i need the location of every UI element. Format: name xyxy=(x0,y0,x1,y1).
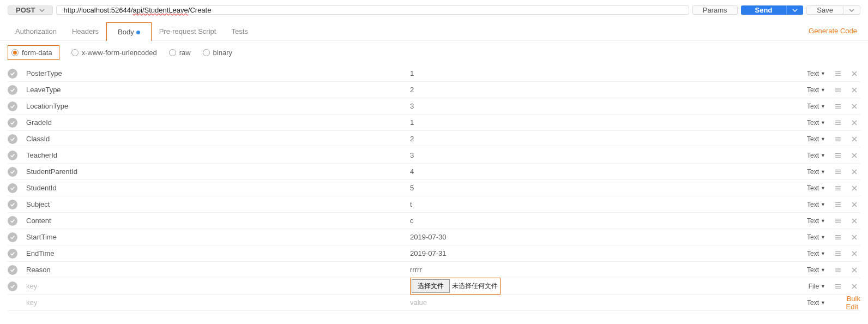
param-key[interactable]: key xyxy=(22,298,402,307)
delete-row-icon[interactable] xyxy=(848,185,860,191)
delete-row-icon[interactable] xyxy=(848,267,860,273)
tab-tests[interactable]: Tests xyxy=(224,22,255,40)
value-type-selector[interactable]: Text▼ xyxy=(797,119,828,127)
param-value[interactable]: 4 xyxy=(407,167,793,176)
delete-row-icon[interactable] xyxy=(848,103,860,110)
value-type-selector[interactable]: File▼ xyxy=(797,283,828,290)
value-type-selector[interactable]: Text▼ xyxy=(797,168,828,176)
delete-row-icon[interactable] xyxy=(848,87,860,93)
send-dropdown-button[interactable] xyxy=(786,5,803,15)
param-value[interactable]: value xyxy=(407,298,793,307)
param-value[interactable]: 2019-07-30 xyxy=(407,233,793,241)
row-enabled-toggle[interactable] xyxy=(8,151,17,160)
reorder-handle-icon[interactable] xyxy=(832,136,844,142)
row-enabled-toggle[interactable] xyxy=(8,265,17,275)
value-type-selector[interactable]: Text▼ xyxy=(797,152,828,159)
value-type-selector[interactable]: Text▼ xyxy=(797,217,828,225)
row-enabled-toggle[interactable] xyxy=(8,167,17,177)
row-enabled-toggle[interactable] xyxy=(8,101,17,111)
row-enabled-toggle[interactable] xyxy=(8,216,17,226)
tab-headers[interactable]: Headers xyxy=(64,22,106,40)
reorder-handle-icon[interactable] xyxy=(832,201,844,208)
url-input[interactable]: http://localhost:52644/api/StudentLeave/… xyxy=(56,5,689,15)
tab-body[interactable]: Body xyxy=(106,22,152,41)
param-key[interactable]: EndTime xyxy=(22,249,402,257)
params-button[interactable]: Params xyxy=(692,5,738,15)
param-key[interactable]: LocationType xyxy=(22,102,402,110)
value-type-selector[interactable]: Text▼ xyxy=(797,201,828,208)
row-enabled-toggle[interactable] xyxy=(8,118,17,128)
delete-row-icon[interactable] xyxy=(848,201,860,208)
http-method-selector[interactable]: POST xyxy=(8,5,53,15)
param-value[interactable]: rrrrr xyxy=(407,266,793,274)
row-enabled-toggle[interactable] xyxy=(8,85,17,95)
delete-row-icon[interactable] xyxy=(848,250,860,257)
save-dropdown-button[interactable] xyxy=(843,5,860,15)
param-value[interactable]: 2 xyxy=(407,135,793,143)
param-value[interactable]: 2 xyxy=(407,86,793,94)
delete-row-icon[interactable] xyxy=(848,234,860,241)
delete-row-icon[interactable] xyxy=(848,283,860,290)
delete-row-icon[interactable] xyxy=(848,136,860,142)
param-key[interactable]: Subject xyxy=(22,200,402,208)
value-type-selector[interactable]: Text▼ xyxy=(797,250,828,257)
param-key[interactable]: StartTime xyxy=(22,233,402,241)
reorder-handle-icon[interactable] xyxy=(832,87,844,93)
param-value[interactable]: 2019-07-31 xyxy=(407,249,793,257)
generate-code-link[interactable]: Generate Code xyxy=(805,21,860,40)
body-type-urlencoded[interactable]: x-www-form-urlencoded xyxy=(71,49,157,57)
delete-row-icon[interactable] xyxy=(848,70,860,77)
tab-pre-request-script[interactable]: Pre-request Script xyxy=(152,22,224,40)
reorder-handle-icon[interactable] xyxy=(832,152,844,159)
param-value[interactable]: 3 xyxy=(407,151,793,159)
row-enabled-toggle[interactable] xyxy=(8,281,17,291)
param-key[interactable]: ClassId xyxy=(22,135,402,143)
row-enabled-toggle[interactable] xyxy=(8,249,17,259)
row-enabled-toggle[interactable] xyxy=(8,183,17,193)
param-key[interactable]: key xyxy=(22,282,402,290)
delete-row-icon[interactable] xyxy=(848,152,860,159)
param-value[interactable]: 1 xyxy=(407,69,793,77)
reorder-handle-icon[interactable] xyxy=(832,267,844,273)
body-type-form-data[interactable]: form-data xyxy=(8,45,59,60)
param-value[interactable]: 5 xyxy=(407,184,793,192)
reorder-handle-icon[interactable] xyxy=(832,250,844,257)
param-value[interactable]: t xyxy=(407,200,793,208)
param-value[interactable]: c xyxy=(407,217,793,225)
reorder-handle-icon[interactable] xyxy=(832,283,844,290)
choose-file-button[interactable]: 选择文件 xyxy=(412,279,450,293)
param-key[interactable]: Content xyxy=(22,217,402,225)
param-key[interactable]: StudentParentId xyxy=(22,167,402,176)
bulk-edit-link[interactable]: Bulk Edit xyxy=(846,295,860,311)
body-type-raw[interactable]: raw xyxy=(169,49,191,57)
tab-authorization[interactable]: Authorization xyxy=(8,22,64,40)
value-type-selector[interactable]: Text▼ xyxy=(797,184,828,192)
reorder-handle-icon[interactable] xyxy=(832,103,844,110)
param-key[interactable]: TeacherId xyxy=(22,151,402,159)
param-key[interactable]: StudentId xyxy=(22,184,402,192)
value-type-selector[interactable]: Text▼ xyxy=(797,86,828,94)
reorder-handle-icon[interactable] xyxy=(832,185,844,191)
reorder-handle-icon[interactable] xyxy=(832,218,844,224)
body-type-binary[interactable]: binary xyxy=(203,49,232,57)
param-key[interactable]: Reason xyxy=(22,266,402,274)
value-type-selector[interactable]: Text▼ xyxy=(797,299,828,307)
param-value[interactable]: 3 xyxy=(407,102,793,110)
reorder-handle-icon[interactable] xyxy=(832,119,844,126)
send-button[interactable]: Send xyxy=(741,5,787,15)
value-type-selector[interactable]: Text▼ xyxy=(797,233,828,241)
value-type-selector[interactable]: Text▼ xyxy=(797,266,828,274)
param-key[interactable]: PosterType xyxy=(22,69,402,77)
save-button[interactable]: Save xyxy=(806,5,843,15)
param-value[interactable]: 1 xyxy=(407,118,793,127)
row-enabled-toggle[interactable] xyxy=(8,200,17,209)
param-key[interactable]: LeaveType xyxy=(22,86,402,94)
row-enabled-toggle[interactable] xyxy=(8,134,17,144)
row-enabled-toggle[interactable] xyxy=(8,69,17,79)
param-key[interactable]: GradeId xyxy=(22,118,402,127)
value-type-selector[interactable]: Text▼ xyxy=(797,103,828,110)
delete-row-icon[interactable] xyxy=(848,119,860,126)
value-type-selector[interactable]: Text▼ xyxy=(797,70,828,77)
reorder-handle-icon[interactable] xyxy=(832,169,844,175)
row-enabled-toggle[interactable] xyxy=(8,232,17,242)
